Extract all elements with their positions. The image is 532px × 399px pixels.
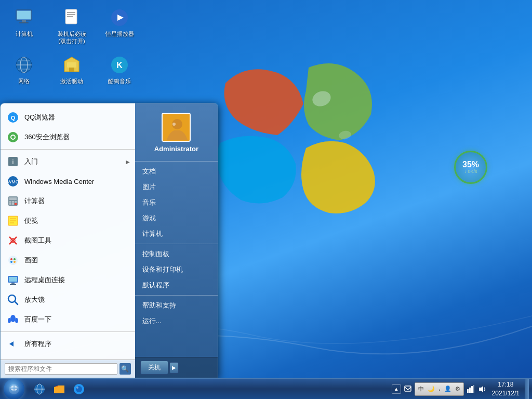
qq-browser-icon: Q [6, 110, 20, 125]
intro-label: 入门 [24, 157, 38, 166]
ime-comma-btn[interactable]: ، [437, 385, 442, 393]
taskbar-explorer-icon[interactable] [50, 380, 69, 398]
svg-rect-8 [67, 14, 75, 15]
svg-rect-9 [67, 16, 73, 17]
start-item-paint[interactable]: 画图 [1, 250, 135, 270]
svg-rect-5 [19, 22, 29, 23]
right-divider-1 [135, 161, 218, 162]
rdp-label: 远程桌面连接 [24, 275, 65, 285]
clock-date: 2021/12/1 [492, 389, 520, 398]
intro-arrow: ▶ [126, 159, 130, 165]
tray-network-icon[interactable] [466, 384, 475, 394]
baidu-label: 百度一下 [24, 315, 51, 324]
right-item-documents[interactable]: 文档 [135, 164, 218, 179]
desktop-icon-row-2: 网络 激活驱动 K 酷狗音乐 [5, 52, 138, 87]
ime-user-btn[interactable]: 👤 [443, 385, 453, 393]
tray-notification-icon[interactable] [403, 384, 413, 394]
start-divider-1 [1, 149, 135, 150]
svg-marker-60 [9, 341, 14, 347]
right-item-games[interactable]: 游戏 [135, 210, 218, 226]
qqmusic-label: 酷狗音乐 [108, 77, 131, 85]
desktop-icon-network[interactable]: 网络 [5, 52, 43, 87]
desktop-icon-player[interactable]: 恒星播放器 [101, 5, 138, 47]
right-item-default-programs[interactable]: 默认程序 [135, 277, 218, 293]
svg-point-59 [15, 318, 18, 323]
shutdown-button[interactable]: 关机 [140, 361, 168, 375]
start-item-intro[interactable]: i 入门 ▶ [1, 152, 135, 171]
svg-point-47 [10, 258, 12, 260]
computer-label: 计算机 [16, 30, 33, 37]
svg-text:K: K [116, 61, 123, 70]
start-item-all-programs[interactable]: 所有程序 [1, 334, 135, 354]
search-button[interactable]: 🔍 [119, 363, 131, 375]
ime-gear-btn[interactable]: ⚙ [454, 385, 461, 393]
clock[interactable]: 17:18 2021/12/1 [489, 379, 523, 400]
svg-point-50 [14, 261, 16, 263]
taskbar: ▲ 中 🌙 ، 👤 ⚙ 17:18 2021/12/ [0, 378, 532, 399]
start-item-360-browser[interactable]: 360安全浏览器 [1, 127, 135, 147]
svg-rect-73 [405, 386, 411, 391]
desktop-icon-computer[interactable]: 计算机 [5, 5, 43, 47]
svg-rect-34 [12, 201, 14, 203]
svg-rect-7 [67, 12, 75, 13]
right-item-computer[interactable]: 计算机 [135, 226, 218, 242]
paint-icon [6, 253, 20, 268]
start-button[interactable] [0, 379, 28, 400]
driver-label: 激活驱动 [60, 77, 83, 85]
svg-rect-33 [9, 201, 11, 203]
svg-line-56 [15, 301, 18, 304]
right-item-devices[interactable]: 设备和打印机 [135, 262, 218, 277]
desktop-icon-qqmusic[interactable]: K 酷狗音乐 [101, 52, 138, 87]
right-item-run[interactable]: 运行... [135, 313, 218, 329]
start-menu-user-header: Administrator [135, 109, 218, 159]
start-item-qq-browser[interactable]: Q QQ浏览器 [1, 108, 135, 127]
tray-volume-icon[interactable] [477, 384, 487, 394]
player-icon [109, 7, 130, 28]
ime-mode-label[interactable]: 中 [417, 384, 425, 393]
ime-moon-btn[interactable]: 🌙 [427, 385, 436, 393]
magnifier-icon [6, 292, 20, 307]
network-icon [14, 55, 34, 75]
svg-point-58 [8, 318, 11, 323]
right-item-control-panel[interactable]: 控制面板 [135, 246, 218, 262]
svg-rect-54 [10, 284, 16, 285]
right-item-music[interactable]: 音乐 [135, 195, 218, 210]
svg-marker-69 [54, 385, 58, 387]
postinstall-icon [61, 7, 82, 28]
svg-rect-32 [9, 197, 17, 200]
desktop-icon-driver[interactable]: 激活驱动 [53, 52, 90, 87]
start-item-calculator[interactable]: 计算器 [1, 191, 135, 211]
show-desktop-button[interactable] [525, 379, 529, 400]
shutdown-arrow-button[interactable]: ▶ [169, 362, 179, 374]
start-item-snipping[interactable]: 截图工具 [1, 231, 135, 250]
start-orb [4, 379, 24, 400]
start-item-media-center[interactable]: WMC Windows Media Center [1, 171, 135, 191]
right-item-help[interactable]: 帮助和支持 [135, 298, 218, 313]
taskbar-ie-icon[interactable] [30, 380, 49, 398]
start-item-notepad[interactable]: 便笺 [1, 211, 135, 231]
start-item-magnifier[interactable]: 放大镜 [1, 290, 135, 310]
qqmusic-icon: K [109, 55, 130, 75]
user-avatar[interactable] [162, 113, 191, 142]
desktop-icon-postinstall[interactable]: 装机后必读(双击打开) [53, 5, 90, 47]
net-speed-widget[interactable]: 35% ↓ 0K/s [454, 151, 487, 184]
taskbar-ie2-icon[interactable] [70, 380, 88, 398]
intro-icon: i [6, 154, 20, 169]
taskbar-right: ▲ 中 🌙 ، 👤 ⚙ 17:18 2021/12/ [389, 379, 532, 400]
svg-rect-76 [471, 386, 473, 393]
search-input[interactable] [5, 363, 117, 375]
right-divider-3 [135, 295, 218, 296]
desktop-icon-row-1: 计算机 装机后必读(双击打开) 恒星播放器 [5, 5, 138, 47]
start-item-rdp[interactable]: 远程桌面连接 [1, 270, 135, 290]
right-item-pictures[interactable]: 图片 [135, 179, 218, 195]
postinstall-label: 装机后必读(双击打开) [55, 30, 88, 45]
svg-rect-75 [469, 388, 471, 393]
svg-point-49 [10, 261, 12, 263]
qq-browser-label: QQ浏览器 [24, 113, 55, 122]
media-center-icon: WMC [6, 174, 20, 189]
calculator-label: 计算器 [24, 196, 45, 206]
svg-rect-35 [15, 201, 17, 203]
tray-expand-button[interactable]: ▲ [392, 384, 401, 394]
snipping-label: 截图工具 [24, 236, 51, 245]
start-item-baidu[interactable]: 百度一下 [1, 310, 135, 329]
